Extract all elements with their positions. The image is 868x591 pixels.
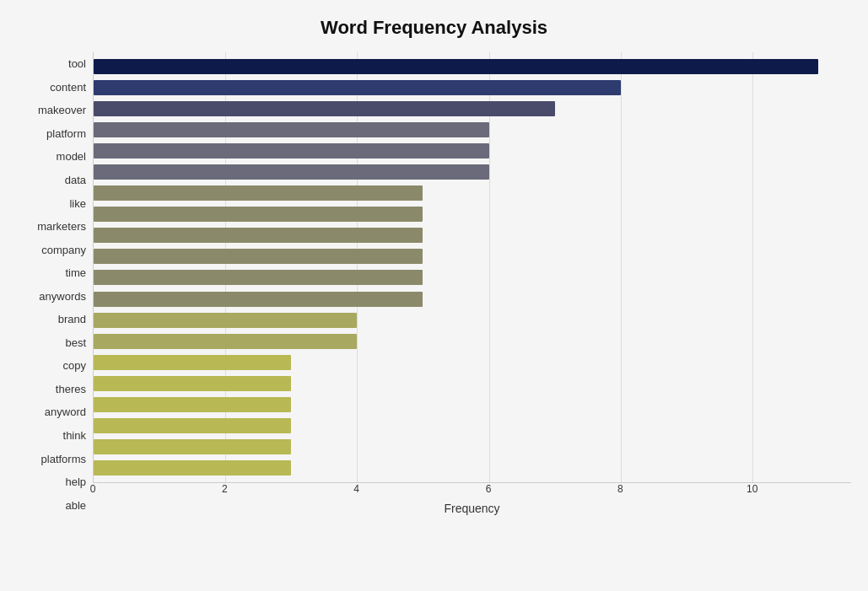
- bar: [94, 376, 291, 391]
- bar-row: [94, 291, 851, 308]
- bar: [94, 207, 423, 222]
- x-axis: 0246810 Frequency: [93, 483, 851, 517]
- y-axis-label: able: [65, 500, 86, 511]
- bar: [94, 313, 357, 328]
- bar-row: [94, 417, 851, 434]
- bar-row: [94, 227, 851, 244]
- bar-row: [94, 100, 851, 117]
- chart-container: Word Frequency Analysis toolcontentmakeo…: [0, 0, 868, 591]
- bar: [94, 439, 291, 454]
- y-axis-label: platforms: [41, 454, 86, 465]
- y-axis-label: time: [65, 267, 86, 278]
- bar: [94, 122, 489, 137]
- bar-row: [94, 206, 851, 223]
- x-tick-label: 6: [486, 483, 492, 495]
- y-axis-label: marketers: [37, 221, 86, 232]
- bars-and-xaxis: 0246810 Frequency: [93, 52, 851, 517]
- bar-row: [94, 312, 851, 329]
- bars-wrapper: [94, 52, 851, 482]
- y-axis-label: company: [41, 244, 86, 255]
- bar: [94, 418, 291, 433]
- bar-row: [94, 459, 851, 476]
- chart-area: toolcontentmakeoverplatformmodeldatalike…: [17, 52, 851, 517]
- y-axis-label: platform: [46, 128, 86, 139]
- bar-row: [94, 248, 851, 265]
- bars-section: [93, 52, 851, 483]
- bar: [94, 292, 423, 307]
- y-axis-label: model: [57, 151, 86, 162]
- chart-title: Word Frequency Analysis: [17, 17, 851, 39]
- bar: [94, 101, 555, 116]
- y-axis-label: help: [65, 476, 86, 487]
- bar-row: [94, 58, 851, 75]
- y-axis-label: best: [65, 337, 86, 348]
- bar: [94, 143, 489, 158]
- y-axis-label: tool: [68, 58, 86, 69]
- bar-row: [94, 375, 851, 392]
- bar: [94, 228, 423, 243]
- bar: [94, 164, 489, 180]
- x-ticks: 0246810: [93, 483, 851, 500]
- bar: [94, 59, 818, 74]
- x-axis-label: Frequency: [93, 502, 851, 515]
- bar: [94, 460, 291, 475]
- y-axis: toolcontentmakeoverplatformmodeldatalike…: [17, 52, 93, 517]
- y-axis-label: anyword: [45, 406, 86, 417]
- bar-row: [94, 269, 851, 286]
- bar-row: [94, 354, 851, 371]
- x-tick-label: 8: [617, 483, 623, 495]
- y-axis-label: data: [65, 175, 86, 185]
- bar: [94, 355, 291, 370]
- y-axis-label: think: [63, 430, 86, 441]
- bar-row: [94, 164, 851, 180]
- bar: [94, 185, 423, 201]
- y-axis-label: anywords: [39, 291, 86, 302]
- bar: [94, 80, 621, 95]
- x-tick-label: 2: [222, 483, 228, 495]
- y-axis-label: brand: [58, 314, 86, 325]
- bar-row: [94, 121, 851, 138]
- y-axis-label: makeover: [38, 105, 86, 116]
- y-axis-label: copy: [63, 360, 86, 371]
- bar-row: [94, 142, 851, 159]
- bar-row: [94, 185, 851, 201]
- y-axis-label: theres: [56, 384, 86, 395]
- x-tick-label: 10: [747, 483, 757, 495]
- bar: [94, 397, 291, 412]
- bar-row: [94, 396, 851, 413]
- x-tick-label: 0: [90, 483, 96, 495]
- bar-row: [94, 333, 851, 350]
- y-axis-label: content: [50, 82, 86, 93]
- y-axis-label: like: [69, 198, 86, 209]
- bar-row: [94, 438, 851, 455]
- bar: [94, 270, 423, 285]
- x-tick-label: 4: [353, 483, 359, 495]
- bar-row: [94, 79, 851, 96]
- bar: [94, 334, 357, 349]
- bar: [94, 249, 423, 264]
